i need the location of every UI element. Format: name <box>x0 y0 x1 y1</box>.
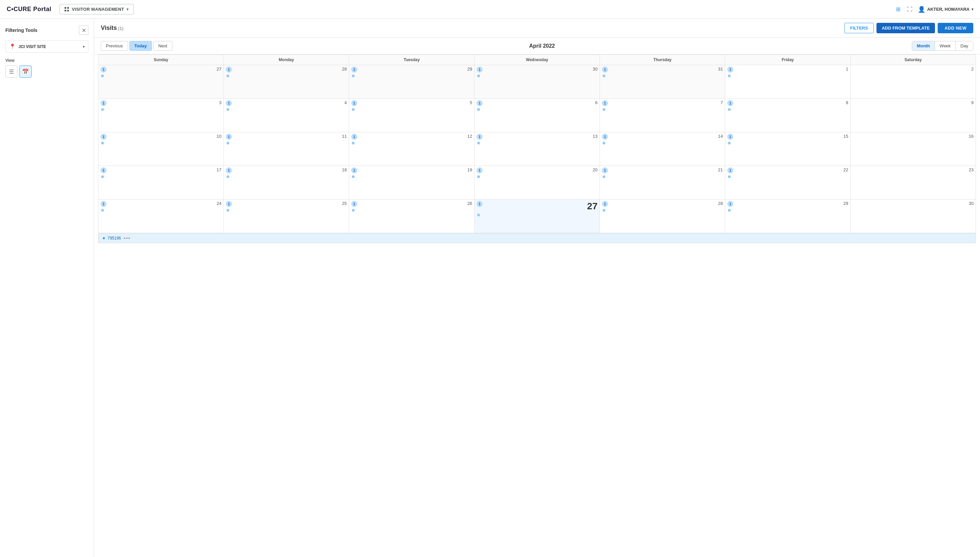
cell-badge: 1 <box>101 201 106 207</box>
event-label: 795196 <box>108 236 121 241</box>
calendar-cell[interactable]: 129 <box>725 200 851 233</box>
day-header-thursday: Thursday <box>600 55 725 65</box>
day-header-sunday: Sunday <box>98 55 224 65</box>
cell-badge: 1 <box>101 167 106 173</box>
calendar-cell[interactable]: 128 <box>600 200 725 233</box>
cell-badge: 1 <box>602 167 608 173</box>
calendar-cell[interactable]: 122 <box>725 166 851 200</box>
week-view-btn[interactable]: Week <box>935 41 956 50</box>
day-view-btn[interactable]: Day <box>956 41 973 50</box>
day-header-monday: Monday <box>224 55 349 65</box>
calendar-cell[interactable]: 125 <box>224 200 349 233</box>
cell-date: 19 <box>468 167 472 172</box>
cell-indicator-dot <box>477 75 480 77</box>
list-view-button[interactable]: ☰ <box>5 65 18 78</box>
visits-count: (1) <box>118 26 123 31</box>
cell-indicator-dot <box>728 209 731 212</box>
calendar-cell[interactable]: 18 <box>725 99 851 132</box>
calendar-cell[interactable]: 121 <box>600 166 725 200</box>
calendar-cell[interactable]: 15 <box>349 99 475 132</box>
calendar-cell[interactable]: 16 <box>851 132 976 166</box>
cell-badge: 1 <box>476 134 483 140</box>
cell-date: 29 <box>468 67 472 72</box>
cell-badge: 1 <box>602 134 608 140</box>
cell-badge: 1 <box>226 201 232 207</box>
cell-date: 14 <box>718 134 723 139</box>
calendar-cell[interactable]: 130 <box>475 65 600 99</box>
cell-badge: 1 <box>351 100 357 106</box>
add-from-template-button[interactable]: ADD FROM TEMPLATE <box>876 23 935 33</box>
cell-date: 9 <box>971 100 973 105</box>
view-section: View ☰ 📅 <box>5 58 88 78</box>
app-logo: C•CURE Portal <box>7 6 51 13</box>
calendar-cell[interactable]: 111 <box>224 132 349 166</box>
previous-button[interactable]: Previous <box>101 41 128 51</box>
calendar-cell[interactable]: 124 <box>98 200 224 233</box>
month-view-btn[interactable]: Month <box>912 41 935 50</box>
cell-badge: 1 <box>602 100 608 106</box>
cell-date: 27 <box>587 201 598 212</box>
calendar-nav: Previous Today Next April 2022 Month Wee… <box>94 37 980 54</box>
cell-date: 31 <box>718 67 723 72</box>
calendar-cell[interactable]: 128 <box>224 65 349 99</box>
calendar-cell[interactable]: 114 <box>600 132 725 166</box>
cell-indicator-dot <box>227 75 229 77</box>
calendar-cell[interactable]: 117 <box>98 166 224 200</box>
calendar-cell[interactable]: 11 <box>725 65 851 99</box>
fullscreen-btn[interactable]: ⛶ <box>906 5 914 14</box>
cell-date: 30 <box>593 67 598 72</box>
close-sidebar-button[interactable]: ✕ <box>79 26 88 35</box>
calendar-cell[interactable]: 14 <box>224 99 349 132</box>
calendar-cell[interactable]: 129 <box>349 65 475 99</box>
calendar-cell[interactable]: 118 <box>224 166 349 200</box>
user-icon: 👤 <box>918 6 925 13</box>
next-button[interactable]: Next <box>153 41 173 51</box>
cell-date: 16 <box>969 134 973 139</box>
calendar-cell[interactable]: 30 <box>851 200 976 233</box>
today-button[interactable]: Today <box>129 41 152 51</box>
cell-badge: 1 <box>226 134 232 140</box>
filters-button[interactable]: FILTERS <box>844 23 874 33</box>
cell-date: 12 <box>468 134 472 139</box>
calendar-cell[interactable]: 17 <box>600 99 725 132</box>
calendar-cell[interactable]: 13 <box>98 99 224 132</box>
cell-date: 18 <box>342 167 347 172</box>
calendar-cell[interactable]: 2 <box>851 65 976 99</box>
calendar-cell[interactable]: 127 <box>98 65 224 99</box>
calendar-view-button[interactable]: 📅 <box>20 65 32 78</box>
calendar-cell[interactable]: 113 <box>475 132 600 166</box>
table-view-icon-btn[interactable]: ⊞ <box>895 5 902 14</box>
cell-indicator-dot <box>227 108 229 111</box>
calendar-cell[interactable]: 126 <box>349 200 475 233</box>
calendar-container: SundayMondayTuesdayWednesdayThursdayFrid… <box>94 54 980 557</box>
calendar-cell[interactable]: 16 <box>475 99 600 132</box>
cell-indicator-dot <box>101 175 104 178</box>
cell-date: 13 <box>593 134 598 139</box>
cell-indicator-dot <box>603 175 605 178</box>
user-menu[interactable]: 👤 AKTER, HOMAYARA ▾ <box>918 6 973 13</box>
header-right: ⊞ ⛶ 👤 AKTER, HOMAYARA ▾ <box>895 5 973 14</box>
calendar-cell[interactable]: 120 <box>475 166 600 200</box>
day-header-tuesday: Tuesday <box>349 55 475 65</box>
cell-indicator-dot <box>227 142 229 145</box>
calendar-cell[interactable]: 131 <box>600 65 725 99</box>
cell-badge: 1 <box>476 67 483 73</box>
event-more-icon[interactable]: ••• <box>124 236 131 241</box>
cell-badge: 1 <box>476 201 483 207</box>
calendar-cell[interactable]: 127 <box>475 200 600 233</box>
calendar-cell[interactable]: 112 <box>349 132 475 166</box>
calendar-cell[interactable]: 119 <box>349 166 475 200</box>
calendar-cell[interactable]: 110 <box>98 132 224 166</box>
calendar-event-bar[interactable]: 795196••• <box>98 233 976 243</box>
calendar-cell[interactable]: 115 <box>725 132 851 166</box>
cell-date: 28 <box>342 67 347 72</box>
month-title: April 2022 <box>529 43 555 49</box>
sidebar-header: Filtering Tools ✕ <box>5 26 88 35</box>
calendar-cell[interactable]: 23 <box>851 166 976 200</box>
site-selector[interactable]: 📍 JCI VISIT SITE ▾ <box>5 40 88 53</box>
visitor-management-nav[interactable]: VISITOR MANAGEMENT ▾ <box>59 4 134 15</box>
calendar-cell[interactable]: 9 <box>851 99 976 132</box>
cell-indicator-dot <box>101 209 104 212</box>
add-new-button[interactable]: ADD NEW <box>938 23 973 33</box>
cell-badge: 1 <box>351 167 357 173</box>
